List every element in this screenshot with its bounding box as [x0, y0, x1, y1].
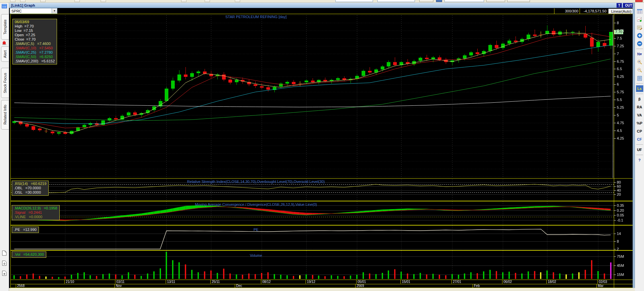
trend-line-tool-label[interactable]: Trend Line [144, 0, 166, 2]
sidebar-tab-template[interactable]: Template [1, 14, 9, 40]
price-tick-label: 7 [617, 52, 619, 56]
volume-tick-label: 45M [617, 263, 624, 268]
toolbar-separator [636, 83, 643, 84]
remove-button[interactable]: Remove [507, 0, 530, 2]
help-button[interactable]: ? [636, 157, 643, 163]
sidebar-tab-label: Related Info [3, 105, 7, 125]
sidebar-tab-related-info[interactable]: Related Info [1, 100, 9, 130]
top-toolbar-clipped: Trend Line 11/12/67 06/03/69 Go Add Remo… [0, 0, 644, 3]
right-toolbar: N▾LsβRAVA%PCPCFUF? [635, 3, 644, 291]
toolbar-icon-stub[interactable] [101, 0, 106, 2]
macd-tick-label: 0.35 [617, 203, 624, 207]
rsi-tick-label: 80 [617, 180, 621, 184]
toolbar-icon-stub[interactable] [205, 0, 210, 2]
toolbar-icon-stub[interactable] [20, 0, 25, 2]
macd-tick-label: -0.1 [617, 218, 623, 222]
symbol-combo[interactable]: SPRC ▼ [10, 8, 57, 14]
cp-button[interactable]: CP [636, 128, 643, 135]
t-button[interactable]: T [616, 3, 622, 8]
price-tick-label: 7.5 [617, 36, 622, 40]
window-title: [Link1] Graph [9, 3, 35, 7]
date-from-input[interactable]: 11/12/67 [335, 0, 373, 2]
toolbar-icon-stub[interactable] [74, 0, 80, 2]
price-tick-label: 8 [617, 21, 619, 25]
rsi-tick-label: 40 [617, 188, 621, 192]
date-to-input[interactable]: 06/03/69 [377, 0, 415, 2]
data-table-icon[interactable] [636, 8, 643, 15]
page-icon[interactable] [2, 250, 7, 256]
close-icon[interactable]: ✕ [635, 0, 643, 2]
pe-tick-label: 14 [617, 232, 621, 236]
toolbar-separator [636, 144, 643, 145]
price-tick-label: 4.5 [617, 129, 622, 133]
toolbar-separator [636, 94, 643, 94]
symbol-value: SPRC [10, 9, 52, 13]
toolbar-icon-stub[interactable] [10, 0, 15, 2]
chevron-down-icon[interactable]: ▼ [52, 8, 57, 13]
percent-p-button[interactable]: %P [636, 120, 643, 127]
scale-mode-button[interactable]: Linear(Auto) [608, 9, 634, 14]
window-titlebar: [Link1] Graph T OUT [9, 3, 635, 8]
macd-tick-label: 0.20 [617, 208, 624, 212]
net-value: -4,178,571.50 [580, 8, 608, 14]
document-icon[interactable] [636, 75, 643, 82]
template-grid-icon[interactable] [2, 4, 7, 8]
symbol-add-input[interactable] [444, 0, 484, 2]
bottom-resize-strip [9, 288, 635, 291]
sidebar-tab-label: Stock Focus [3, 73, 7, 93]
rsi-tick-label: 20 [617, 192, 621, 196]
price-tick-label: 6.75 [617, 59, 624, 63]
chart-add-icon[interactable] [636, 16, 643, 23]
toolbar-icon-stub[interactable] [181, 0, 186, 2]
pe-tick-label: 2 [617, 247, 619, 251]
price-tick-label: 5.5 [617, 98, 622, 102]
price-tick-label: 6.25 [617, 75, 624, 79]
sidebar-tab-stock-focus[interactable]: Stock Focus [1, 68, 9, 98]
page-add-icon[interactable] [2, 271, 7, 276]
volume-tick-label: 15M [617, 273, 624, 277]
toolbar-separator [636, 49, 643, 49]
price-tick-label: 5.75 [617, 90, 624, 94]
go-button[interactable]: Go [419, 0, 433, 2]
toolbar-icon-stub[interactable] [235, 0, 240, 2]
price-tick-label: 7.25 [617, 44, 624, 48]
uf-button[interactable]: UF [636, 146, 643, 153]
cf-button[interactable]: CF [636, 136, 643, 143]
ra-button[interactable]: RA [636, 104, 643, 110]
pe-tick-label: 8 [617, 239, 619, 243]
price-tick-label: 4.25 [617, 136, 624, 140]
sidebar-tab-label: Template [3, 19, 7, 35]
last-price-badge: 7.70 [614, 30, 623, 34]
left-sidebar: Template Alert Stock Focus Related Info [0, 3, 9, 291]
toolbar-separator [636, 155, 643, 155]
price-tick-label: 5 [617, 113, 619, 117]
volume-tick-label: 75M [617, 254, 624, 258]
pointer-style-dropdown[interactable]: N▾ [636, 51, 643, 57]
price-tick-label: 6 [617, 82, 619, 86]
pane-splitter[interactable] [633, 3, 635, 291]
price-tick-label: 5.25 [617, 105, 624, 109]
expand-circle-icon[interactable] [636, 32, 643, 39]
page-export-icon[interactable] [2, 260, 7, 266]
zoom-in-icon[interactable] [636, 59, 643, 65]
sidebar-tab-alert[interactable]: Alert [1, 46, 9, 62]
alert-bell-icon[interactable] [2, 41, 7, 45]
price-tick-label: 4.75 [617, 121, 624, 125]
va-button[interactable]: VA [636, 112, 643, 118]
color-swatch-button[interactable] [436, 0, 442, 2]
toolbar-icon-stub[interactable] [40, 0, 46, 2]
edit-note-icon[interactable] [636, 24, 643, 31]
sidebar-tab-label: Alert [3, 50, 7, 58]
beta-button[interactable]: β [636, 96, 643, 102]
price-tick-label: 6.5 [617, 67, 622, 71]
collapse-circle-icon[interactable] [636, 40, 643, 47]
macd-tick-label: 0.05 [617, 213, 624, 217]
zoom-out-icon[interactable] [636, 67, 643, 74]
chart-canvas[interactable] [10, 14, 635, 288]
bars-count: 300/300 [554, 8, 580, 14]
ls-button[interactable]: Ls [636, 85, 643, 92]
add-button[interactable]: Add [486, 0, 505, 2]
rsi-tick-label: 60 [617, 184, 621, 188]
